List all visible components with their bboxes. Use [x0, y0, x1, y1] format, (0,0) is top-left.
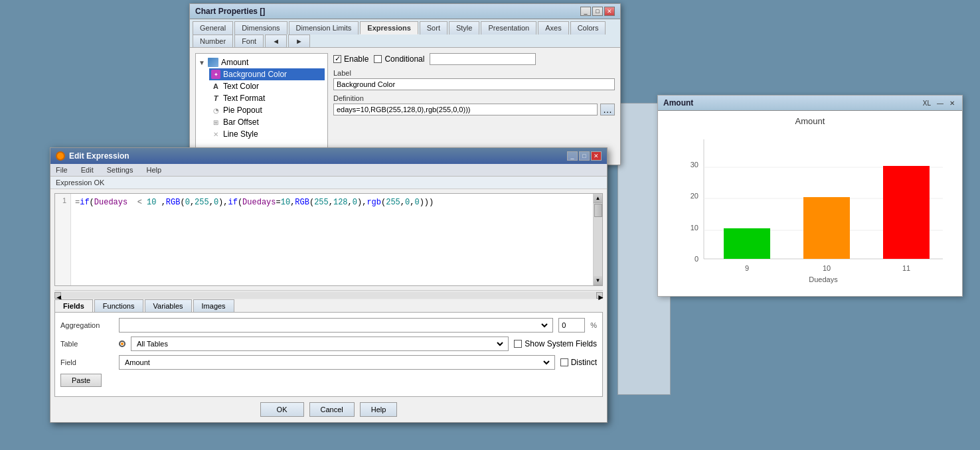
amount-xl-btn[interactable]: XL: [921, 100, 933, 107]
tree-expand-icon[interactable]: ▼: [199, 59, 205, 66]
tab-images[interactable]: Images: [193, 299, 234, 312]
tab-functions[interactable]: Functions: [94, 299, 143, 312]
scroll-down-btn[interactable]: ▼: [594, 276, 602, 285]
expression-right-panel: ✓ Enable Conditional Label Definition: [333, 53, 615, 159]
tree-item-text-color-label: Text Color: [223, 82, 259, 91]
label-input[interactable]: [333, 78, 615, 90]
show-system-fields-checkbox[interactable]: [514, 340, 522, 348]
tab-axes[interactable]: Axes: [538, 21, 568, 35]
edit-expression-window: Edit Expression _ □ ✕ File Edit Settings…: [50, 147, 608, 423]
bg-color-icon: ✦: [211, 70, 220, 79]
ok-button[interactable]: OK: [260, 402, 304, 417]
minimize-button[interactable]: _: [580, 7, 591, 16]
tab-style[interactable]: Style: [449, 21, 479, 35]
restore-button[interactable]: □: [592, 7, 603, 16]
conditional-label: Conditional: [384, 54, 424, 64]
code-textarea[interactable]: =if(Duedays < 10 ,RGB(0,255,0),if(Dueday…: [71, 194, 593, 285]
vertical-scrollbar[interactable]: ▲ ▼: [593, 194, 602, 285]
tree-item-text-format[interactable]: T Text Format: [209, 92, 325, 104]
tab-dimension-limits[interactable]: Dimension Limits: [289, 21, 359, 35]
scroll-up-btn[interactable]: ▲: [594, 194, 602, 203]
field-row: Field Amount Distinct: [60, 355, 597, 370]
tab-dimensions[interactable]: Dimensions: [234, 21, 287, 35]
chart-props-controls: _ □ ✕: [580, 7, 615, 16]
show-system-fields-label: Show System Fields: [514, 339, 597, 348]
menu-edit[interactable]: Edit: [78, 165, 96, 175]
distinct-checkbox[interactable]: [560, 358, 568, 366]
paste-row: Paste: [60, 374, 597, 387]
tab-variables[interactable]: Variables: [145, 299, 192, 312]
menu-help[interactable]: Help: [143, 165, 164, 175]
expr-close-btn[interactable]: ✕: [591, 151, 602, 161]
tree-item-bg-color[interactable]: ✦ Background Color: [209, 68, 325, 80]
chart-area: Amount 0 10 20 30 9 10 11: [658, 111, 962, 296]
tab-general[interactable]: General: [193, 21, 233, 35]
conditional-input[interactable]: [430, 53, 536, 65]
menu-settings[interactable]: Settings: [104, 165, 136, 175]
tree-item-bar-offset[interactable]: ⊞ Bar Offset: [209, 116, 325, 128]
fields-panel: Aggregation % Table All Tables Show Sys: [54, 312, 603, 397]
table-select-wrap[interactable]: All Tables: [131, 337, 509, 351]
edit-expr-controls: _ □ ✕: [567, 151, 602, 161]
conditional-checkbox[interactable]: [374, 55, 382, 63]
tab-colors[interactable]: Colors: [570, 21, 606, 35]
table-select[interactable]: All Tables: [134, 339, 505, 348]
amount-window-controls: XL — ✕: [921, 100, 957, 107]
tab-number[interactable]: Number: [193, 35, 233, 47]
svg-text:Duedays: Duedays: [809, 275, 838, 283]
percent-input[interactable]: [558, 318, 585, 333]
amount-close-btn[interactable]: ✕: [947, 100, 957, 107]
tree-root-label: Amount: [221, 58, 248, 67]
chart-properties-window: Chart Properties [] _ □ ✕ General Dimens…: [189, 3, 621, 165]
tree-item-line-style[interactable]: ✕ Line Style: [209, 128, 325, 140]
distinct-label: Distinct: [560, 358, 597, 367]
definition-input[interactable]: [333, 104, 598, 115]
help-button[interactable]: Help: [360, 402, 398, 417]
tab-nav-prev[interactable]: ◄: [265, 35, 287, 47]
conditional-checkbox-label: Conditional: [374, 54, 424, 64]
field-select[interactable]: Amount: [122, 358, 552, 367]
code-editor[interactable]: 1 =if(Duedays < 10 ,RGB(0,255,0),if(Dued…: [54, 193, 603, 286]
enable-label: Enable: [344, 54, 368, 64]
table-radio[interactable]: [119, 340, 125, 347]
amount-titlebar: Amount XL — ✕: [658, 96, 962, 111]
expression-tree: ▼ Amount ✦ Background Color A Text Color…: [195, 53, 328, 159]
tree-item-pie-popout-label: Pie Popout: [223, 106, 262, 115]
svg-text:30: 30: [691, 161, 698, 169]
cancel-button[interactable]: Cancel: [309, 402, 355, 417]
close-button[interactable]: ✕: [604, 7, 615, 16]
edit-expr-menubar: File Edit Settings Help: [50, 164, 607, 177]
menu-file[interactable]: File: [53, 165, 70, 175]
paste-button[interactable]: Paste: [60, 374, 102, 387]
svg-text:10: 10: [823, 264, 831, 272]
tree-item-line-style-label: Line Style: [223, 129, 258, 139]
expr-minimize-btn[interactable]: _: [567, 151, 578, 161]
definition-button[interactable]: …: [600, 104, 615, 115]
tree-item-pie-popout[interactable]: ◔ Pie Popout: [209, 104, 325, 116]
svg-text:11: 11: [902, 264, 910, 272]
chart-title: Amount: [669, 116, 951, 126]
edit-expr-titlebar: Edit Expression _ □ ✕: [50, 148, 607, 164]
amount-minimize-btn[interactable]: —: [935, 100, 945, 107]
aggregation-select-wrap[interactable]: [119, 318, 553, 333]
h-scroll-left[interactable]: ◄: [54, 292, 61, 299]
percent-symbol: %: [590, 321, 597, 329]
scroll-thumb[interactable]: [594, 204, 602, 217]
horizontal-scrollbar[interactable]: ◄ ►: [54, 290, 603, 299]
tab-expressions[interactable]: Expressions: [360, 21, 418, 35]
tab-sort[interactable]: Sort: [420, 21, 448, 35]
tab-font[interactable]: Font: [234, 35, 264, 47]
pie-icon: ◔: [211, 106, 220, 115]
bar-2: [803, 197, 850, 259]
enable-row: ✓ Enable Conditional: [333, 53, 615, 65]
expr-restore-btn[interactable]: □: [579, 151, 590, 161]
tab-presentation[interactable]: Presentation: [481, 21, 536, 35]
field-select-wrap[interactable]: Amount: [119, 355, 555, 370]
tab-fields[interactable]: Fields: [54, 299, 93, 312]
aggregation-select[interactable]: [122, 321, 550, 330]
tree-item-text-color[interactable]: A Text Color: [209, 80, 325, 92]
chart-props-titlebar: Chart Properties [] _ □ ✕: [190, 4, 620, 19]
h-scroll-right[interactable]: ►: [596, 292, 603, 299]
definition-group: Definition …: [333, 94, 615, 115]
tab-nav-next[interactable]: ►: [288, 35, 310, 47]
